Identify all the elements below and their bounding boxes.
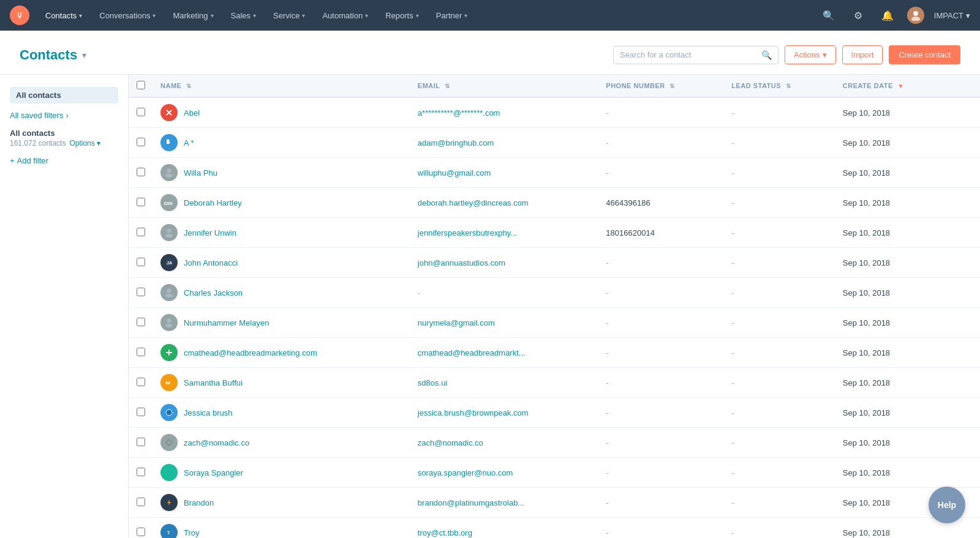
- row-checkbox-cell[interactable]: [129, 97, 153, 128]
- row-checkbox[interactable]: [137, 528, 145, 536]
- contact-phone-cell: 18016620014: [598, 218, 724, 248]
- contact-email-link[interactable]: nurymela@gmail.com: [418, 318, 495, 327]
- nav-item-contacts[interactable]: Contacts ▾: [37, 0, 91, 31]
- contact-name-link[interactable]: Willa Phu: [184, 168, 217, 177]
- contact-email-link[interactable]: cmathead@headbreadmarkt...: [418, 348, 526, 357]
- contact-email-link[interactable]: jessica.brush@brownpeak.com: [418, 408, 529, 417]
- row-checkbox-cell[interactable]: [129, 308, 153, 338]
- content-area: All contacts All saved filters › All con…: [0, 75, 980, 538]
- row-checkbox-cell[interactable]: [129, 368, 153, 398]
- contact-name-link[interactable]: cmathead@headbreadmarketing.com: [184, 348, 317, 357]
- row-checkbox[interactable]: [137, 318, 145, 326]
- settings-icon-button[interactable]: ⚙: [848, 6, 868, 25]
- contact-create-date: Sep 10, 2018: [843, 408, 890, 417]
- row-checkbox[interactable]: [137, 258, 145, 266]
- contact-email-link[interactable]: jenniferspeakersbutrexphy...: [418, 228, 517, 237]
- contact-lead-status: -: [731, 498, 734, 507]
- contact-name-link[interactable]: Nurmuhammer Melayen: [184, 318, 269, 327]
- row-checkbox[interactable]: [137, 468, 145, 476]
- col-phone[interactable]: PHONE NUMBER ⇅: [598, 75, 724, 97]
- contact-name-link[interactable]: Troy: [184, 528, 200, 537]
- contact-name-link[interactable]: Charles Jackson: [184, 288, 243, 297]
- nav-item-conversations[interactable]: Conversations ▾: [91, 0, 164, 31]
- row-checkbox[interactable]: [137, 438, 145, 446]
- contact-email-link[interactable]: sd8os.ui: [418, 378, 447, 387]
- row-actions-cell: [949, 188, 980, 218]
- import-button[interactable]: Import: [842, 45, 883, 64]
- search-input[interactable]: [620, 50, 756, 59]
- row-checkbox-cell[interactable]: [129, 158, 153, 188]
- row-checkbox-cell[interactable]: [129, 128, 153, 158]
- notifications-icon-button[interactable]: 🔔: [878, 6, 897, 25]
- row-checkbox[interactable]: [137, 498, 145, 506]
- actions-button[interactable]: Actions ▾: [785, 45, 836, 64]
- row-checkbox[interactable]: [137, 408, 145, 416]
- row-actions-cell: [949, 128, 980, 158]
- contact-name-link[interactable]: Jessica brush: [184, 408, 232, 417]
- nav-item-partner[interactable]: Partner ▾: [428, 0, 477, 31]
- contacts-table: NAME ⇅ EMAIL ⇅ PHONE NUMBER ⇅ LEAD STATU…: [129, 75, 980, 538]
- row-checkbox[interactable]: [137, 348, 145, 356]
- select-all-checkbox[interactable]: [137, 81, 145, 89]
- contact-email-link[interactable]: adam@bringhub.com: [418, 138, 494, 148]
- nav-item-service[interactable]: Service ▾: [265, 0, 314, 31]
- contact-name-link[interactable]: Brandon: [184, 498, 214, 507]
- saved-filters-link[interactable]: All saved filters ›: [10, 110, 118, 121]
- contact-email-link[interactable]: zach@nomadic.co: [418, 438, 483, 447]
- user-avatar[interactable]: [907, 7, 924, 24]
- row-checkbox-cell[interactable]: [129, 218, 153, 248]
- contact-email-link[interactable]: a**********@*******.com: [418, 108, 500, 118]
- help-button[interactable]: Help: [929, 487, 965, 523]
- row-checkbox[interactable]: [137, 108, 145, 116]
- account-switcher[interactable]: IMPACT ▾: [934, 11, 970, 20]
- row-checkbox[interactable]: [137, 288, 145, 296]
- contact-email-link[interactable]: troy@ct.tbb.org: [418, 528, 472, 537]
- chevron-down-icon: ▾: [79, 12, 82, 19]
- contact-email-link[interactable]: willuphu@gmail.com: [418, 168, 491, 177]
- col-lead-status[interactable]: LEAD STATUS ⇅: [724, 75, 835, 97]
- row-checkbox-cell[interactable]: [129, 428, 153, 458]
- contact-name-link[interactable]: Soraya Spangler: [184, 468, 243, 477]
- col-email[interactable]: EMAIL ⇅: [410, 75, 598, 97]
- row-checkbox[interactable]: [137, 138, 145, 146]
- contact-email-link[interactable]: soraya.spangler@nuo.com: [418, 468, 513, 477]
- contact-name-link[interactable]: Jennifer Unwin: [184, 228, 236, 237]
- row-checkbox-cell[interactable]: [129, 488, 153, 518]
- row-checkbox-cell[interactable]: [129, 518, 153, 539]
- row-checkbox[interactable]: [137, 168, 145, 176]
- contact-name-link[interactable]: A *: [184, 138, 194, 148]
- contact-phone: -: [606, 288, 608, 297]
- nav-item-sales[interactable]: Sales ▾: [222, 0, 265, 31]
- row-checkbox-cell[interactable]: [129, 338, 153, 368]
- options-button[interactable]: Options ▾: [69, 139, 100, 148]
- nav-item-reports[interactable]: Reports ▾: [377, 0, 428, 31]
- contact-name-link[interactable]: Abel: [184, 108, 200, 118]
- row-checkbox[interactable]: [137, 378, 145, 386]
- row-checkbox-cell[interactable]: [129, 188, 153, 218]
- col-create-date[interactable]: CREATE DATE ▼: [835, 75, 949, 97]
- contact-email-link[interactable]: deborah.hartley@dincreas.com: [418, 198, 529, 207]
- row-checkbox[interactable]: [137, 228, 145, 236]
- row-checkbox-cell[interactable]: [129, 278, 153, 308]
- col-name[interactable]: NAME ⇅: [153, 75, 410, 97]
- hubspot-logo[interactable]: [10, 6, 29, 25]
- page-title-dropdown-icon[interactable]: ▾: [82, 50, 86, 60]
- nav-item-automation[interactable]: Automation ▾: [314, 0, 377, 31]
- contact-email-link[interactable]: john@annuastudios.com: [418, 258, 505, 267]
- row-checkbox-cell[interactable]: [129, 248, 153, 278]
- contact-name-link[interactable]: Deborah Hartley: [184, 198, 242, 207]
- add-filter-button[interactable]: + Add filter: [10, 156, 118, 165]
- sort-icon-email: ⇅: [445, 83, 450, 89]
- search-icon-button[interactable]: 🔍: [819, 6, 839, 25]
- nav-item-marketing[interactable]: Marketing ▾: [164, 0, 222, 31]
- select-all-header[interactable]: [129, 75, 153, 97]
- row-actions-cell: [949, 428, 980, 458]
- contact-email-link[interactable]: brandon@platinumgastrolab...: [418, 498, 524, 507]
- row-checkbox-cell[interactable]: [129, 398, 153, 428]
- contact-name-link[interactable]: Samantha Buffui: [184, 378, 243, 387]
- contact-name-link[interactable]: John Antonacci: [184, 258, 238, 267]
- create-contact-button[interactable]: Create contact: [889, 45, 960, 64]
- row-checkbox-cell[interactable]: [129, 458, 153, 488]
- row-checkbox[interactable]: [137, 198, 145, 206]
- contact-name-link[interactable]: zach@nomadic.co: [184, 438, 249, 447]
